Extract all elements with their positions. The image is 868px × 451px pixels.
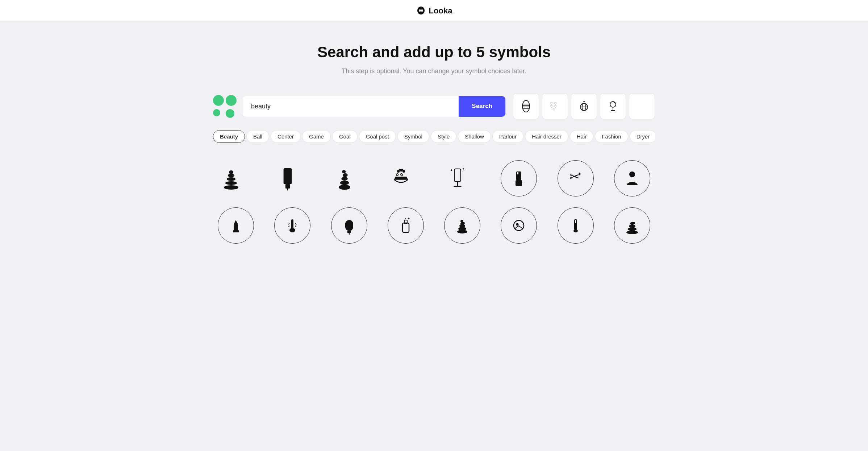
- dot-br: [226, 109, 234, 118]
- svg-line-55: [288, 223, 289, 224]
- hearts-icon: ♡ ♡ ♡ ♡ ♡: [548, 100, 562, 113]
- svg-rect-46: [516, 180, 522, 186]
- svg-text:♡: ♡: [552, 108, 555, 111]
- filter-tabs-wrapper: BeautyBallCenterGameGoalGoal postSymbolS…: [213, 130, 655, 146]
- striped-oval-icon: [519, 100, 533, 113]
- page-subtitle: This step is optional. You can change yo…: [213, 67, 655, 75]
- svg-point-29: [342, 173, 348, 178]
- svg-rect-47: [517, 172, 518, 174]
- icon-nail-polish[interactable]: [496, 160, 542, 196]
- filter-tab-hair-dresser[interactable]: Hair dresser: [525, 130, 568, 143]
- svg-point-50: [629, 171, 635, 177]
- icon-lipstick[interactable]: [213, 207, 259, 244]
- logo: Looka: [416, 6, 452, 16]
- svg-text:✦: ✦: [462, 167, 465, 171]
- svg-point-0: [522, 100, 530, 112]
- svg-text:·: ·: [585, 100, 585, 103]
- dots-logo: [213, 95, 235, 118]
- svg-rect-23: [284, 168, 292, 184]
- svg-line-58: [295, 223, 296, 224]
- icon-bowl-flowers[interactable]: ✿ ✿: [383, 160, 419, 196]
- mirror-icon: [606, 100, 619, 113]
- filter-tab-parlour[interactable]: Parlour: [492, 130, 523, 143]
- symbol-slots: ♡ ♡ ♡ ♡ ♡ ✦ · ·: [513, 93, 655, 119]
- svg-point-20: [227, 177, 235, 181]
- icon-silhouette[interactable]: [609, 160, 655, 196]
- icon-eyeliner[interactable]: [553, 207, 598, 244]
- svg-point-83: [630, 222, 635, 225]
- icon-cream-tube2[interactable]: [326, 207, 372, 244]
- search-row: Search ♡ ♡ ♡ ♡ ♡: [213, 93, 655, 119]
- filter-tab-goal[interactable]: Goal: [332, 130, 358, 143]
- search-input[interactable]: [242, 96, 459, 117]
- svg-point-17: [614, 102, 615, 103]
- dot-tr: [226, 95, 237, 106]
- filter-tab-center[interactable]: Center: [271, 130, 301, 143]
- svg-rect-62: [347, 231, 351, 233]
- looka-logo-icon: [416, 6, 426, 16]
- icon-spa-stones[interactable]: [326, 160, 363, 196]
- filter-tab-symbol[interactable]: Symbol: [397, 130, 429, 143]
- svg-rect-51: [234, 224, 238, 231]
- svg-point-21: [228, 174, 234, 177]
- svg-point-54: [289, 228, 295, 232]
- svg-text:✦: ✦: [577, 171, 582, 177]
- main-content: Search and add up to 5 symbols This step…: [199, 22, 669, 258]
- svg-point-28: [341, 177, 348, 181]
- filter-tab-style[interactable]: Style: [431, 130, 456, 143]
- icons-grid-row1: ✿ ✿ ✦ · · ✦: [213, 160, 655, 196]
- symbol-slot-3[interactable]: ✦ · ·: [571, 93, 597, 119]
- sparkle-globe-icon: ✦ · ·: [577, 100, 591, 113]
- symbol-slot-4[interactable]: [600, 93, 626, 119]
- icon-scissors-star[interactable]: ✂ ✦: [553, 160, 598, 196]
- search-button[interactable]: Search: [459, 96, 505, 117]
- filter-tab-dryer[interactable]: Dryer: [630, 130, 655, 143]
- svg-text:✦: ✦: [450, 168, 453, 172]
- svg-rect-24: [285, 184, 290, 189]
- filter-tab-beauty[interactable]: Beauty: [213, 130, 245, 143]
- svg-rect-38: [454, 169, 461, 182]
- svg-point-22: [229, 170, 233, 174]
- filter-tab-fashion[interactable]: Fashion: [595, 130, 628, 143]
- icon-compact[interactable]: [496, 207, 542, 244]
- svg-point-18: [224, 185, 238, 190]
- svg-point-19: [225, 181, 237, 185]
- icon-stones[interactable]: [213, 160, 249, 196]
- icon-mascara[interactable]: [270, 207, 315, 244]
- svg-point-76: [516, 223, 519, 226]
- svg-point-82: [629, 225, 635, 228]
- icon-mirror-sparkle[interactable]: ✦ · · ✦: [439, 160, 476, 196]
- svg-rect-79: [575, 220, 576, 223]
- svg-rect-53: [291, 219, 293, 229]
- logo-text: Looka: [429, 6, 452, 16]
- svg-point-78: [573, 229, 578, 232]
- filter-tab-goal-post[interactable]: Goal post: [359, 130, 396, 143]
- filter-tab-ball[interactable]: Ball: [246, 130, 269, 143]
- svg-point-26: [339, 185, 350, 190]
- svg-rect-52: [233, 230, 239, 232]
- svg-rect-61: [345, 220, 353, 231]
- icon-tube[interactable]: [270, 160, 306, 196]
- filter-tab-game[interactable]: Game: [302, 130, 331, 143]
- symbol-slot-5[interactable]: [629, 93, 655, 119]
- svg-point-35: [399, 169, 401, 171]
- icon-zen-stones[interactable]: [439, 207, 485, 244]
- svg-text:·: ·: [451, 173, 451, 175]
- search-box: Search: [242, 96, 506, 117]
- filter-tabs: BeautyBallCenterGameGoalGoal postSymbolS…: [213, 130, 655, 146]
- symbol-slot-1[interactable]: [513, 93, 539, 119]
- svg-point-30: [342, 170, 346, 174]
- filter-tab-shallow[interactable]: Shallow: [458, 130, 491, 143]
- icon-perfume[interactable]: ✦ · ·: [383, 207, 429, 244]
- svg-text:·: ·: [410, 220, 410, 223]
- svg-text:·: ·: [580, 101, 581, 104]
- filter-tab-hair[interactable]: Hair: [570, 130, 594, 143]
- svg-text:·: ·: [462, 170, 463, 173]
- svg-text:·: ·: [400, 219, 400, 221]
- svg-point-36: [401, 169, 403, 171]
- icon-zen-stack2[interactable]: [609, 207, 655, 244]
- symbol-slot-2[interactable]: ♡ ♡ ♡ ♡ ♡: [542, 93, 568, 119]
- dot-tl: [213, 95, 224, 106]
- svg-line-56: [288, 225, 289, 225]
- header: Looka: [0, 0, 868, 22]
